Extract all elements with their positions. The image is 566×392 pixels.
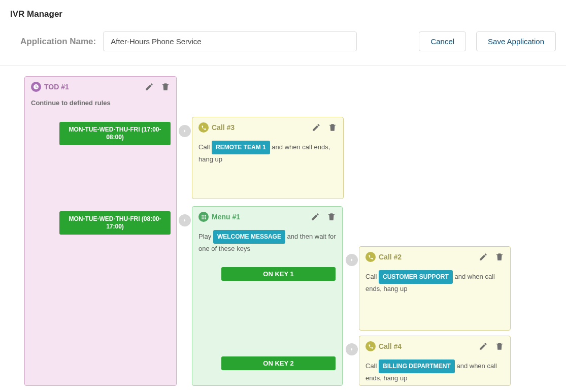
menu-key[interactable]: ON KEY 2	[221, 356, 336, 370]
arrow-right-icon	[346, 343, 358, 355]
tod-rule[interactable]: MON-TUE-WED-THU-FRI (17:00-08:00)	[59, 122, 171, 145]
phone-icon	[365, 252, 376, 262]
node-call-3[interactable]: Call #3 Call REMOTE TEAM 1 and when call…	[192, 117, 344, 199]
arrow-right-icon	[179, 125, 191, 137]
cancel-button[interactable]: Cancel	[419, 31, 466, 51]
node-call-2[interactable]: Call #2 Call CUSTOMER SUPPORT and when c…	[359, 246, 511, 331]
node-call-4[interactable]: Call #4 Call BILLING DEPARTMENT and when…	[359, 336, 511, 386]
menu-key[interactable]: ON KEY 1	[221, 267, 336, 281]
trash-icon[interactable]	[328, 123, 337, 132]
trash-icon[interactable]	[495, 342, 504, 351]
edit-icon[interactable]	[311, 212, 320, 221]
node-title: Menu #1	[212, 213, 240, 221]
node-title: Call #3	[212, 123, 235, 132]
menu-prompt-tag[interactable]: WELCOME MESSAGE	[213, 230, 285, 244]
arrow-right-icon	[346, 254, 358, 266]
app-name-label: Application Name:	[20, 37, 96, 47]
menu-prefix: Play	[198, 233, 211, 240]
trash-icon[interactable]	[327, 212, 336, 221]
app-name-input[interactable]	[103, 31, 357, 51]
edit-icon[interactable]	[312, 123, 321, 132]
arrow-right-icon	[179, 214, 191, 226]
node-menu-1[interactable]: Menu #1 Play WELCOME MESSAGE and then wa…	[192, 206, 343, 386]
trash-icon[interactable]	[495, 252, 504, 262]
call-target-tag[interactable]: REMOTE TEAM 1	[212, 141, 270, 154]
clock-icon	[31, 82, 41, 92]
node-title: TOD #1	[44, 83, 69, 91]
node-tod-1[interactable]: TOD #1 Continue to defined rules MON-TUE…	[24, 76, 177, 386]
ivr-canvas: TOD #1 Continue to defined rules MON-TUE…	[24, 76, 566, 386]
phone-icon	[365, 341, 376, 351]
node-title: Call #2	[379, 253, 402, 261]
call-target-tag[interactable]: BILLING DEPARTMENT	[379, 360, 455, 373]
tod-rules-hint: Continue to defined rules	[25, 97, 176, 114]
edit-icon[interactable]	[479, 342, 488, 351]
call-prefix: Call	[365, 273, 377, 280]
call-target-tag[interactable]: CUSTOMER SUPPORT	[379, 270, 453, 284]
tod-rule[interactable]: MON-TUE-WED-THU-FRI (08:00-17:00)	[59, 211, 171, 235]
phone-icon	[198, 122, 209, 133]
edit-icon[interactable]	[145, 82, 154, 91]
call-prefix: Call	[198, 143, 210, 151]
node-title: Call #4	[379, 342, 402, 350]
trash-icon[interactable]	[161, 82, 170, 91]
grid-icon	[198, 212, 209, 222]
page-title: IVR Manager	[0, 0, 566, 27]
edit-icon[interactable]	[479, 252, 488, 262]
save-application-button[interactable]: Save Application	[476, 31, 556, 51]
call-prefix: Call	[365, 362, 377, 370]
